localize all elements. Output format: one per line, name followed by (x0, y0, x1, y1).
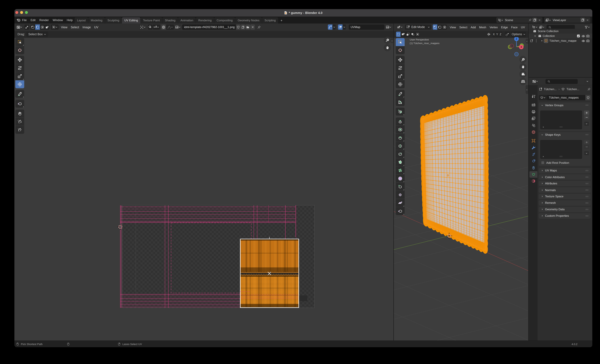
shape-key-specials-button[interactable] (584, 151, 589, 156)
uv-tool-move[interactable] (15, 56, 24, 64)
outliner-label[interactable]: Tütchen_rissc_mappe (549, 39, 576, 42)
close-icon[interactable] (586, 18, 589, 21)
mesh-fake-user-toggle[interactable] (585, 95, 591, 100)
mirror-axis-z[interactable]: Z (499, 32, 502, 37)
mesh-data-dropdown[interactable] (539, 95, 547, 100)
workspace-tab-uv-editing[interactable]: UV Editing (122, 17, 140, 24)
uv-select-mode-face[interactable] (40, 25, 45, 30)
uv-nav-zoom-button[interactable] (384, 36, 391, 44)
properties-tab-view-layer[interactable] (529, 115, 537, 122)
uv-show-gizmo-toggle[interactable] (328, 25, 332, 30)
vp-tool-smooth[interactable] (396, 174, 405, 182)
close-icon[interactable] (538, 18, 541, 21)
vp-tool-extrude-region[interactable] (396, 118, 405, 125)
camera-icon[interactable] (586, 34, 590, 38)
uv-proportional-falloff-button[interactable] (166, 25, 174, 30)
menu-render[interactable]: Render (38, 18, 51, 22)
panel-remesh[interactable]: Remesh (539, 200, 591, 206)
menu-help[interactable]: Help (65, 18, 75, 22)
uv-editor-type-button[interactable] (16, 25, 23, 30)
vp-tool-add-cube[interactable] (396, 108, 405, 116)
expand-icon[interactable] (542, 155, 544, 158)
gizmo-axis-neg-z[interactable] (515, 52, 518, 56)
vp-tool-spin[interactable] (396, 166, 405, 174)
vp-tool-shear[interactable] (396, 199, 405, 207)
workspace-tab-modeling[interactable]: Modeling (88, 17, 105, 24)
scene-icon[interactable] (498, 18, 501, 22)
panel-shape-keys-header[interactable]: Shape Keys (539, 132, 591, 137)
properties-tab-scene[interactable] (529, 122, 537, 128)
uv-menu-select[interactable]: Select (69, 26, 81, 29)
pin-icon[interactable] (587, 87, 591, 91)
vp-menu-view[interactable]: View (448, 26, 458, 29)
uv-canvas[interactable] (14, 38, 393, 341)
vp-tool-bevel[interactable] (396, 134, 405, 142)
menu-window[interactable]: Window (51, 18, 65, 22)
vp-tool-poly-build[interactable] (396, 158, 405, 166)
uv-map-field[interactable]: UVMap (349, 25, 384, 30)
uv-tool-transform[interactable] (15, 80, 24, 88)
properties-tab-output[interactable] (529, 108, 537, 115)
vp-menu-uv[interactable]: UV (519, 26, 526, 29)
vp-sidebar-toggle[interactable]: ‹ (525, 39, 528, 44)
navigation-gizmo[interactable]: XZ (507, 37, 526, 56)
vp-tool-rip-region[interactable] (396, 207, 405, 215)
uv-sidebar-toggle[interactable]: ‹ (391, 38, 393, 43)
outliner-row-collection[interactable]: Collection (529, 34, 592, 38)
select-box-mode-invert[interactable] (410, 32, 415, 37)
panel-texture-space[interactable]: Texture Space (539, 194, 591, 199)
properties-tab-constraints[interactable] (529, 164, 537, 171)
expand-icon[interactable] (542, 126, 544, 128)
panel-attributes[interactable]: Attributes (539, 181, 591, 186)
uv-tool-grab[interactable] (15, 109, 24, 118)
pin-icon[interactable] (528, 18, 532, 22)
image-open-button[interactable] (245, 25, 250, 30)
uv-sticky-mode-dropdown[interactable] (51, 25, 58, 30)
properties-options-button[interactable] (584, 79, 590, 84)
shape-keys-list[interactable] (540, 140, 582, 159)
workspace-tab-compositing[interactable]: Compositing (214, 17, 235, 24)
mirror-icon[interactable] (487, 32, 491, 36)
shape-key-remove-button[interactable] (584, 145, 589, 149)
vertex-group-specials-button[interactable] (584, 121, 589, 126)
properties-tab-object[interactable] (529, 137, 537, 144)
uv-tool-relax[interactable] (15, 118, 24, 126)
select-box-mode-set[interactable] (396, 32, 401, 37)
vp-tool-annotate[interactable] (396, 90, 405, 98)
uv-snap-toggle[interactable] (148, 25, 152, 30)
image-name-field[interactable]: idml-template-rf42027982-1001__1.png (182, 25, 236, 30)
viewport-canvas[interactable] (394, 38, 528, 341)
options-dropdown[interactable]: Options (511, 32, 526, 37)
vp-tool-rotate[interactable] (396, 64, 405, 72)
workspace-tab-rendering[interactable]: Rendering (196, 17, 214, 24)
workspace-tab-sculpting[interactable]: Sculpting (105, 17, 122, 24)
mirror-axis-x[interactable]: X (492, 32, 495, 37)
properties-tab-tool[interactable] (529, 93, 537, 100)
uv-menu-image[interactable]: Image (81, 26, 93, 29)
workspace-tab-shading[interactable]: Shading (162, 17, 178, 24)
vertex-group-remove-button[interactable] (584, 115, 589, 119)
add-workspace-tab-button[interactable]: + (278, 17, 285, 24)
vp-tool-cursor[interactable] (396, 46, 405, 54)
outliner-label[interactable]: Scene Collection (538, 30, 559, 33)
vertex-group-add-button[interactable] (584, 110, 589, 115)
vp-tool-loop-cut[interactable] (396, 142, 405, 150)
uv-tool-tweak-select[interactable] (15, 38, 24, 46)
workspace-tab-scripting[interactable]: Scripting (262, 17, 278, 24)
view-layer-name[interactable]: ViewLayer (551, 17, 580, 23)
select-box-mode-extend[interactable] (401, 32, 405, 37)
uv-menu-uv[interactable]: UV (93, 26, 100, 29)
vp-nav-zoom-button[interactable] (519, 56, 526, 63)
panel-normals[interactable]: Normals (539, 187, 591, 193)
uv-select-mode-edge[interactable] (35, 25, 40, 30)
workspace-tab-geometry-nodes[interactable]: Geometry Nodes (235, 17, 262, 24)
uv-tool-scale[interactable] (15, 72, 24, 80)
properties-expand-toggle[interactable]: ‹ (525, 85, 528, 94)
breadcrumb-data[interactable]: Tütchen... (567, 87, 579, 91)
checkbox-icon[interactable] (577, 34, 580, 38)
vp-editor-type-button[interactable] (396, 25, 403, 30)
uv-tool-rip-region[interactable] (15, 100, 24, 108)
disclosure-right-icon[interactable] (541, 40, 543, 42)
uv-snap-target-button[interactable] (153, 25, 160, 30)
vp-tool-move[interactable] (396, 56, 405, 64)
